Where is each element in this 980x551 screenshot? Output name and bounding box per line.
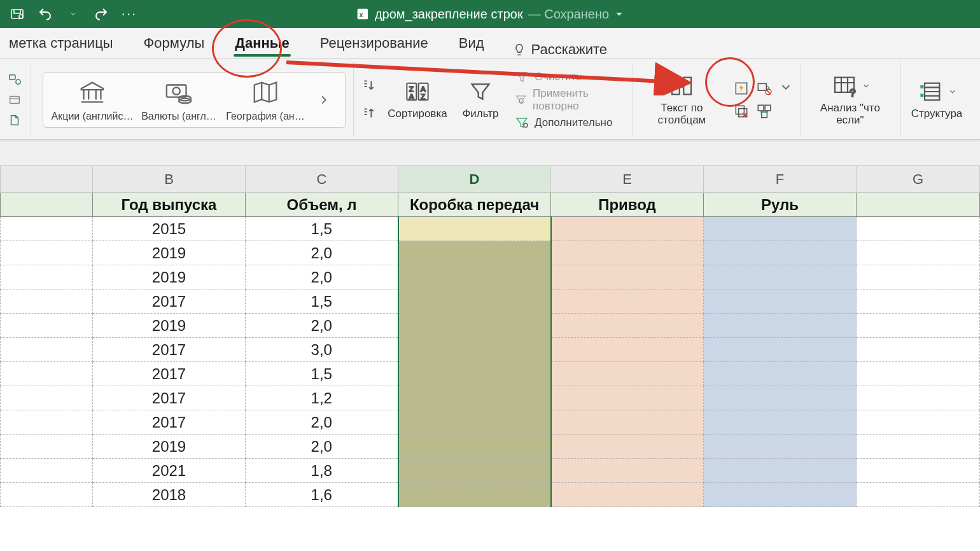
cell[interactable] [551, 338, 704, 362]
cell[interactable] [398, 410, 551, 435]
cell[interactable]: Руль [704, 193, 857, 217]
cell[interactable] [857, 386, 980, 410]
table-row[interactable]: 20171,5 [1, 289, 980, 314]
cell[interactable]: 2018 [93, 483, 246, 507]
cell[interactable]: 1,8 [246, 459, 398, 483]
undo-icon[interactable] [37, 6, 53, 22]
cell[interactable] [1, 483, 93, 507]
cell[interactable]: 1,5 [246, 289, 398, 314]
cell[interactable]: 2019 [93, 241, 246, 265]
chevron-down-icon[interactable] [779, 80, 793, 94]
col-header-E[interactable]: E [551, 166, 704, 193]
cell[interactable]: 2015 [93, 217, 246, 241]
autosave-icon[interactable] [9, 6, 25, 22]
chevron-down-icon[interactable] [948, 87, 957, 96]
cell[interactable] [857, 265, 980, 289]
cell[interactable] [857, 483, 980, 507]
table-row[interactable]: 20171,5 [1, 362, 980, 386]
cell[interactable]: 1,6 [246, 483, 398, 507]
col-header-C[interactable]: C [246, 166, 398, 193]
cell[interactable] [857, 338, 980, 362]
cell[interactable] [398, 435, 551, 459]
table-row[interactable]: 20211,8 [1, 459, 980, 483]
edit-links-icon[interactable] [6, 112, 23, 129]
col-header-B[interactable]: B [93, 166, 246, 193]
cell[interactable]: 2,0 [246, 314, 398, 338]
cell[interactable]: Привод [551, 193, 704, 217]
table-row[interactable]: 20173,0 [1, 338, 980, 362]
data-validation-icon[interactable] [756, 80, 773, 97]
properties-icon[interactable] [6, 92, 23, 108]
cell[interactable]: 2017 [93, 410, 246, 435]
advanced-filter[interactable]: Дополнительно [514, 115, 625, 130]
cell[interactable]: 2,0 [246, 435, 398, 459]
redo-icon[interactable] [93, 6, 109, 22]
table-row[interactable]: 20192,0 [1, 265, 980, 289]
outline-button[interactable]: Структура [907, 79, 966, 120]
column-headers-row[interactable]: B C D E F G [1, 166, 980, 193]
cell[interactable]: Год выпуска [93, 193, 246, 217]
cell[interactable]: Объем, л [246, 193, 398, 217]
cell[interactable] [857, 362, 980, 386]
cell[interactable] [704, 241, 857, 265]
cell[interactable] [551, 435, 704, 459]
more-icon[interactable]: ··· [121, 6, 137, 22]
cell[interactable] [857, 410, 980, 435]
table-row[interactable]: 20181,6 [1, 483, 980, 507]
tab-review[interactable]: Рецензирование [318, 29, 431, 58]
cell[interactable] [1, 193, 93, 217]
col-header-G[interactable]: G [857, 166, 980, 193]
cell[interactable] [704, 217, 857, 241]
cell[interactable]: 2017 [93, 289, 246, 314]
cell[interactable] [1, 338, 93, 362]
table-row[interactable]: 20192,0 [1, 241, 980, 265]
data-type-geography[interactable]: География (ан… [230, 78, 300, 122]
cell[interactable] [398, 314, 551, 338]
cell[interactable] [857, 459, 980, 483]
cell[interactable] [704, 410, 857, 435]
cell[interactable] [1, 459, 93, 483]
cell[interactable]: 2,0 [246, 410, 398, 435]
sort-desc-icon[interactable] [360, 106, 377, 122]
cell[interactable] [1, 289, 93, 314]
cell[interactable]: 1,5 [246, 217, 398, 241]
tab-data[interactable]: Данные [232, 29, 292, 58]
cell[interactable]: 2017 [93, 338, 246, 362]
cell[interactable] [857, 435, 980, 459]
undo-dropdown-icon[interactable] [65, 6, 81, 22]
whatif-button[interactable]: ? Анализ "что если" [808, 73, 893, 126]
cell[interactable]: 2019 [93, 435, 246, 459]
cell[interactable] [704, 314, 857, 338]
table-row[interactable]: 20172,0 [1, 410, 980, 435]
cell[interactable]: Коробка передач [398, 193, 551, 217]
table-row[interactable]: 20151,5 [1, 217, 980, 241]
col-header-A[interactable] [1, 166, 93, 193]
text-to-columns-button[interactable]: Текст по столбцам [640, 73, 724, 126]
cell[interactable] [704, 362, 857, 386]
flash-fill-icon[interactable] [733, 80, 750, 97]
cell[interactable] [398, 241, 551, 265]
cell[interactable] [1, 410, 93, 435]
chevron-down-icon[interactable] [614, 9, 624, 19]
cell[interactable] [551, 386, 704, 410]
filter-button[interactable]: Фильтр [458, 79, 503, 120]
cell[interactable] [398, 459, 551, 483]
table-row[interactable]: 20192,0 [1, 435, 980, 459]
cell[interactable]: 2,0 [246, 241, 398, 265]
cell[interactable] [551, 483, 704, 507]
cell[interactable]: 2019 [93, 265, 246, 289]
cell[interactable] [1, 241, 93, 265]
cell[interactable] [1, 362, 93, 386]
cell[interactable] [704, 483, 857, 507]
sort-button[interactable]: ZAAZ Сортировка [388, 79, 447, 120]
data-types-gallery[interactable]: Акции (английс… Валюты (англ… География … [43, 72, 346, 128]
cell[interactable] [398, 289, 551, 314]
cell[interactable] [551, 362, 704, 386]
cell[interactable] [1, 314, 93, 338]
cell[interactable] [1, 435, 93, 459]
cell[interactable]: 1,2 [246, 386, 398, 410]
cell[interactable]: 2017 [93, 386, 246, 410]
consolidate-icon[interactable] [756, 103, 773, 120]
cell[interactable]: 1,5 [246, 362, 398, 386]
cell[interactable] [398, 265, 551, 289]
